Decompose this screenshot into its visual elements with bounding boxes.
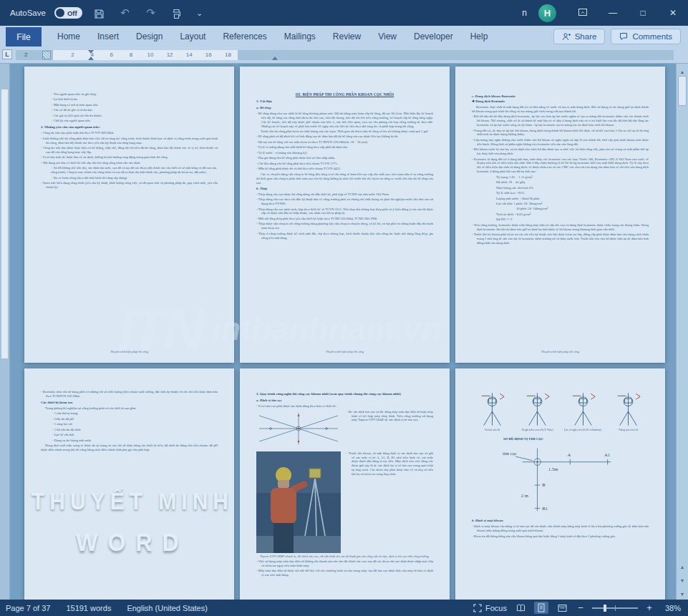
ribbon-tab[interactable]: Design — [127, 26, 171, 47]
doc-line: - Phụ gia dùng cho bê tông phải được bên… — [256, 156, 433, 160]
ribbon-tabs: HomeInsertDesignLayoutReferencesMailings… — [49, 26, 496, 47]
undo-button[interactable]: ↶ — [117, 4, 134, 22]
quick-print-button[interactable] — [168, 4, 185, 22]
doc-line: + Lý lịch thiết bị đo. — [41, 97, 218, 102]
titlebar: AutoSave Off ↶ ↷ ⌄ n H — □ ✕ — [0, 0, 688, 26]
page-footer: Thuyết minh biện pháp thi công — [472, 350, 649, 353]
doc-line: 2. Những yêu cầu của người quan trắc: — [41, 125, 218, 129]
page-2[interactable]: III. BIỆN PHÁP THI CÔNG PHẦN KHOAN CỌC N… — [240, 67, 450, 363]
page-footer: Thuyết minh biện pháp thi công — [256, 350, 433, 353]
page-6-content: b. Định vị máy khoan- Định vị máy khoan … — [472, 519, 649, 538]
theodolite-icon — [563, 390, 604, 429]
word-count[interactable]: 15191 words — [66, 604, 111, 612]
doc-line: 10 phút: 50÷100mg/cm² — [472, 207, 649, 211]
doc-line: - Bê tông dùng cho cọc nhồi là bê tông t… — [256, 112, 433, 129]
ribbon-display-options-button[interactable] — [568, 0, 598, 26]
page-5-after: - Việc sử dụng máy toàn đạc điện tử khôn… — [256, 559, 433, 577]
zoom-level[interactable]: 38% — [661, 604, 681, 612]
print-layout-button[interactable] — [534, 602, 548, 614]
construction-photo — [256, 451, 341, 553]
doc-line: - Công tác trắc đạc phải tuân thủ theo T… — [41, 131, 218, 135]
ruler-number: 16 — [199, 50, 218, 60]
printer-icon — [171, 9, 182, 19]
language-indicator[interactable]: English (United States) — [127, 604, 208, 612]
ribbon-tab[interactable]: Home — [49, 26, 89, 47]
ribbon-tab[interactable]: View — [369, 26, 405, 47]
ribbon-tab[interactable]: Layout — [171, 26, 214, 47]
previous-page-button[interactable]: ▲ — [677, 562, 688, 572]
page-1[interactable]: + Tên người quan trắc và ghi chép.+ Lý l… — [24, 67, 234, 363]
tab-stop-selector[interactable]: L — [2, 49, 12, 59]
close-button[interactable]: ✕ — [658, 0, 688, 26]
doc-line: ❖ Dung dịch Bentonite — [472, 99, 649, 104]
doc-line: - Quan trắc biến dạng công trình (yêu cầ… — [41, 181, 218, 190]
scroll-down-button[interactable]: ▼ — [677, 589, 688, 600]
doc-line: a. Bê tông — [256, 106, 433, 110]
ruler-number: 12 — [160, 50, 180, 60]
autosave-label: AutoSave — [10, 9, 46, 17]
doc-line: + Sơ đồ khống chế trắc địa, xác định tim… — [41, 166, 218, 175]
vertical-ruler[interactable] — [0, 64, 10, 600]
ribbon-tab[interactable]: Developer — [405, 26, 462, 47]
right-indent-marker[interactable] — [272, 57, 278, 60]
ribbon-tab[interactable]: Mailings — [276, 26, 324, 47]
page-1-content: + Tên người quan trắc và ghi chép.+ Lý l… — [41, 92, 218, 190]
doc-line: Dung dịch mới trộn xong sẽ được đo tỷ tr… — [41, 444, 218, 452]
ribbon-tab[interactable]: References — [214, 26, 275, 47]
label-a: A — [567, 452, 571, 457]
zoom-slider-thumb[interactable] — [604, 605, 606, 612]
scrollbar-thumb[interactable] — [678, 76, 687, 106]
doc-line: + Các giá trị (kết quả các lần đo được). — [41, 114, 218, 118]
doc-line: - Định vị máy khoan vào đúng vị trí tim … — [472, 524, 649, 533]
ribbon-tab[interactable]: Help — [462, 26, 497, 47]
redo-button[interactable]: ↷ — [142, 4, 160, 22]
ruler-number: 10 — [140, 50, 160, 60]
vertical-scrollbar[interactable]: ▲ ▲ ▼ ▼ — [676, 64, 688, 600]
document-canvas[interactable]: + Tên người quan trắc và ghi chép.+ Lý l… — [11, 64, 676, 600]
autosave-toggle[interactable]: Off — [54, 7, 82, 19]
next-page-button[interactable]: ▼ — [677, 575, 688, 586]
figure-caption: Line of sight error tilt (H. collimation… — [564, 429, 601, 432]
doc-line: - Để xác định tim cọc có thể dùng máy to… — [347, 410, 433, 423]
label-a1: A1 — [604, 452, 610, 457]
page-5-intro: 2. Quy trình công nghệ thi công cọc khoa… — [256, 392, 433, 409]
page-3[interactable]: c. Dung dịch khoan Bentonite❖ Dung dịch … — [455, 67, 665, 363]
doc-line: - Trước khi bổ khoan phải kiểm tra các c… — [472, 233, 649, 245]
share-button[interactable]: Share — [553, 29, 606, 44]
page-4[interactable]: - Bentonite đưa vào sử dụng phải có nhữn… — [24, 368, 234, 600]
ribbon-tab[interactable]: Insert — [89, 26, 127, 47]
save-button[interactable] — [91, 4, 108, 22]
doc-line: - Máy toàn đạc điện tử được kết nối dữ l… — [256, 569, 433, 577]
zoom-in-button[interactable]: + — [644, 602, 654, 613]
zoom-slider[interactable] — [592, 607, 638, 609]
doc-line: - 1 cân thử tỷ trọng — [41, 411, 218, 416]
maximize-button[interactable]: □ — [628, 0, 658, 26]
zoom-out-button[interactable]: − — [576, 602, 586, 613]
hanging-indent-marker[interactable] — [88, 57, 94, 60]
ruler-active-area[interactable]: 24681012141618 — [53, 50, 238, 60]
horizontal-ruler[interactable]: 2 24681012141618 — [16, 50, 674, 60]
read-mode-button[interactable] — [513, 602, 528, 614]
label-dim2: 2 m — [521, 493, 529, 498]
label-b: B — [542, 482, 546, 487]
page-5[interactable]: 2. Quy trình công nghệ thi công cọc khoa… — [240, 368, 450, 600]
web-layout-button[interactable] — [555, 602, 569, 614]
doc-line: - Thép dùng cho cọc phải sạch, hợp theo … — [256, 207, 433, 216]
tab-file[interactable]: File — [6, 27, 42, 47]
first-line-indent-marker[interactable] — [88, 50, 94, 54]
page-5-text-beside-photo: - Trước khi khoan, từ mặt bằng định vị x… — [347, 451, 433, 553]
photo-caption: Topcon GPT-1004F nhanh lẹ, độ chính xác … — [256, 554, 433, 559]
doc-line: - Lưới khống chế thi công phải đảm bảo v… — [41, 137, 218, 145]
doc-line: - Vị trí tim cọc phải được xác định đúng… — [256, 404, 433, 409]
ribbon-tab[interactable]: Review — [324, 26, 369, 47]
focus-button[interactable]: Focus — [473, 604, 507, 612]
doc-line: + Các sơ đồ để ghi vị trí đo đạc. — [41, 108, 218, 112]
comments-button[interactable]: Comments — [611, 29, 681, 44]
ruler-tab-marker[interactable] — [42, 51, 51, 59]
avatar[interactable]: H — [538, 4, 556, 22]
quick-access-chevron-icon[interactable]: ⌄ — [194, 4, 205, 22]
doc-line: - Khi khoan nước bị của lọt, sự ổn định … — [472, 147, 649, 156]
page-6[interactable]: Vertical axis tilt — [455, 368, 665, 600]
page-indicator[interactable]: Page 7 of 37 — [6, 604, 50, 612]
minimize-button[interactable]: — — [598, 0, 628, 26]
